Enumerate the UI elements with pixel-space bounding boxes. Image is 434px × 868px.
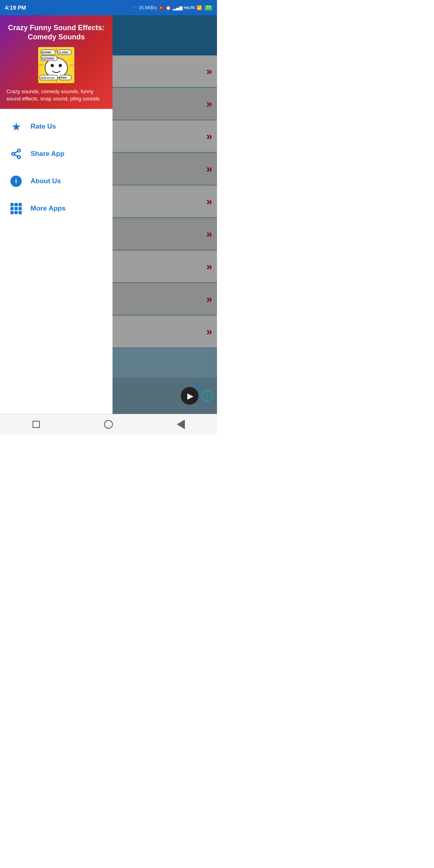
- svg-text:PAF: PAF: [61, 76, 67, 80]
- about-label: About Us: [31, 177, 61, 185]
- svg-point-22: [18, 156, 20, 159]
- main-layout: Crazy Funny Sound Effects: Comedy Sounds: [0, 15, 217, 414]
- navigation-drawer: Crazy Funny Sound Effects: Comedy Sounds: [0, 15, 113, 414]
- sound-row[interactable]: »: [113, 121, 217, 152]
- nav-home-button[interactable]: [100, 416, 117, 433]
- ad-info-button[interactable]: i: [202, 390, 213, 401]
- info-icon: i: [10, 175, 23, 188]
- recent-apps-icon: [33, 421, 40, 428]
- chevron-double-icon: »: [207, 163, 212, 175]
- share-icon: [10, 147, 23, 160]
- svg-text:SPRLOTCH!: SPRLOTCH!: [41, 77, 55, 79]
- network-speed: 15.5KB/s: [139, 5, 157, 10]
- play-icon: ▶: [187, 391, 193, 401]
- more-apps-label: More Apps: [31, 205, 66, 213]
- svg-text:BOINK!: BOINK!: [42, 51, 52, 54]
- sound-row[interactable]: »: [113, 55, 217, 87]
- nav-back-button[interactable]: [172, 416, 190, 433]
- lte-icon: VoLTE: [184, 6, 195, 10]
- chevron-double-icon: »: [207, 98, 212, 110]
- sound-row[interactable]: »: [113, 186, 217, 217]
- chevron-double-icon: »: [207, 260, 212, 273]
- navigation-bar: [0, 414, 217, 434]
- svg-line-23: [14, 155, 18, 157]
- sound-row[interactable]: »: [113, 251, 217, 282]
- drawer-header: Crazy Funny Sound Effects: Comedy Sounds: [0, 15, 113, 109]
- svg-point-21: [12, 153, 15, 156]
- drawer-menu: ★ Rate Us Share App: [0, 109, 113, 414]
- chevron-double-icon: »: [207, 293, 212, 305]
- grid-icon: [10, 202, 23, 215]
- svg-text:CLANG: CLANG: [58, 51, 68, 54]
- home-icon: [104, 420, 113, 429]
- sound-row[interactable]: »: [113, 218, 217, 250]
- right-panel-top: [113, 15, 217, 55]
- svg-point-9: [59, 64, 62, 67]
- chevron-double-icon: »: [207, 130, 212, 143]
- star-icon: ★: [10, 120, 23, 133]
- wifi-icon: 📶: [197, 5, 202, 10]
- svg-text:BZZOIING: BZZOIING: [42, 57, 54, 60]
- share-label: Share App: [31, 150, 64, 158]
- sound-row[interactable]: »: [113, 283, 217, 315]
- drawer-item-more-apps[interactable]: More Apps: [0, 195, 113, 222]
- right-panel: » » » » » » » » » ✕ ▶ i: [113, 15, 217, 414]
- network-indicator: ···: [133, 5, 137, 10]
- drawer-item-about[interactable]: i About Us: [0, 168, 113, 195]
- app-title: Crazy Funny Sound Effects: Comedy Sounds: [6, 23, 106, 42]
- status-right: ··· 15.5KB/s 🔕 ⏰ ▂▄▆ VoLTE 📶 77: [133, 5, 212, 10]
- drawer-item-rate[interactable]: ★ Rate Us: [0, 113, 113, 140]
- nav-recent-button[interactable]: [27, 416, 45, 433]
- signal-icon: ▂▄▆: [173, 5, 182, 10]
- chevron-double-icon: »: [207, 326, 212, 338]
- mute-icon: 🔕: [158, 5, 164, 10]
- sound-row[interactable]: »: [113, 88, 217, 119]
- svg-line-24: [14, 151, 18, 154]
- rate-label: Rate Us: [31, 123, 56, 131]
- ad-close-button[interactable]: ✕: [194, 381, 201, 391]
- app-description: Crazy sounds, comedy sounds, funny sound…: [6, 88, 106, 102]
- status-time: 4:19 PM: [5, 4, 26, 11]
- app-icon-art: BOINK! CLANG BZZOIING SPRLOTCH! PAF: [39, 48, 74, 82]
- svg-point-8: [51, 64, 54, 67]
- chevron-double-icon: »: [207, 228, 212, 240]
- sound-row[interactable]: »: [113, 153, 217, 184]
- sound-list: » » » » » » » » »: [113, 55, 217, 378]
- battery-indicator: 77: [205, 5, 212, 10]
- sound-row[interactable]: »: [113, 316, 217, 347]
- app-icon-image: BOINK! CLANG BZZOIING SPRLOTCH! PAF: [38, 47, 74, 83]
- svg-point-20: [18, 149, 20, 152]
- chevron-double-icon: »: [207, 195, 212, 208]
- back-icon: [177, 420, 185, 429]
- status-bar: 4:19 PM ··· 15.5KB/s 🔕 ⏰ ▂▄▆ VoLTE 📶 77: [0, 0, 217, 15]
- chevron-double-icon: »: [207, 65, 212, 78]
- drawer-item-share[interactable]: Share App: [0, 140, 113, 168]
- alarm-icon: ⏰: [166, 5, 171, 10]
- ad-bar: ✕ ▶ i: [113, 378, 217, 414]
